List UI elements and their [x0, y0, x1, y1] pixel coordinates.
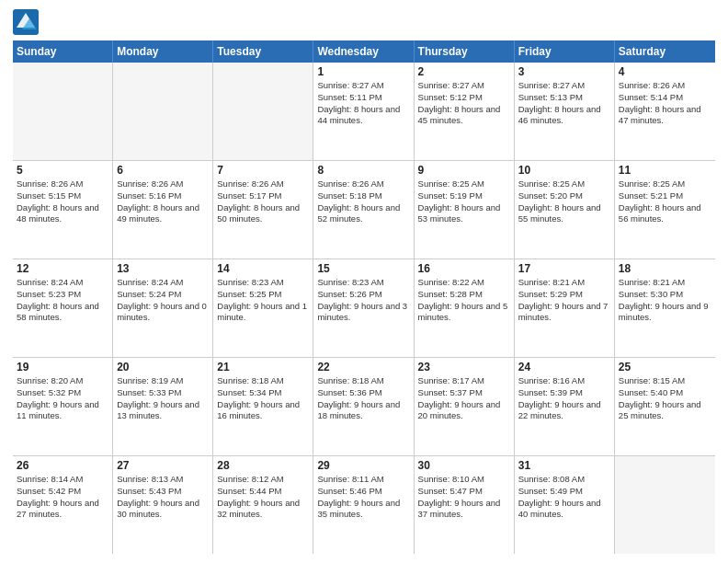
logo	[13, 9, 42, 35]
calendar-week-3: 12Sunrise: 8:24 AM Sunset: 5:23 PM Dayli…	[13, 259, 715, 358]
day-cell-2: 2Sunrise: 8:27 AM Sunset: 5:12 PM Daylig…	[415, 63, 515, 160]
day-number: 29	[317, 459, 409, 472]
day-number: 12	[17, 262, 108, 275]
calendar-body: 1Sunrise: 8:27 AM Sunset: 5:11 PM Daylig…	[13, 63, 715, 554]
day-info: Sunrise: 8:24 AM Sunset: 5:24 PM Dayligh…	[117, 277, 209, 324]
day-number: 18	[619, 262, 711, 275]
day-number: 26	[17, 459, 108, 472]
day-number: 30	[418, 459, 510, 472]
day-cell-25: 25Sunrise: 8:15 AM Sunset: 5:40 PM Dayli…	[615, 358, 715, 455]
day-info: Sunrise: 8:21 AM Sunset: 5:29 PM Dayligh…	[518, 277, 610, 324]
day-number: 21	[217, 361, 309, 373]
day-cell-9: 9Sunrise: 8:25 AM Sunset: 5:19 PM Daylig…	[415, 161, 515, 259]
day-number: 1	[317, 65, 409, 78]
day-info: Sunrise: 8:26 AM Sunset: 5:18 PM Dayligh…	[317, 178, 409, 225]
header-day-monday: Monday	[113, 40, 213, 63]
day-cell-27: 27Sunrise: 8:13 AM Sunset: 5:43 PM Dayli…	[113, 456, 213, 554]
day-cell-20: 20Sunrise: 8:19 AM Sunset: 5:33 PM Dayli…	[113, 358, 213, 455]
day-number: 8	[317, 164, 409, 177]
day-info: Sunrise: 8:27 AM Sunset: 5:12 PM Dayligh…	[418, 80, 510, 127]
day-cell-8: 8Sunrise: 8:26 AM Sunset: 5:18 PM Daylig…	[313, 161, 414, 259]
day-info: Sunrise: 8:26 AM Sunset: 5:14 PM Dayligh…	[619, 80, 711, 127]
day-cell-19: 19Sunrise: 8:20 AM Sunset: 5:32 PM Dayli…	[13, 358, 113, 455]
day-info: Sunrise: 8:15 AM Sunset: 5:40 PM Dayligh…	[619, 375, 711, 422]
day-info: Sunrise: 8:21 AM Sunset: 5:30 PM Dayligh…	[619, 277, 711, 324]
day-number: 11	[619, 164, 711, 177]
day-number: 5	[17, 164, 108, 177]
day-cell-23: 23Sunrise: 8:17 AM Sunset: 5:37 PM Dayli…	[415, 358, 515, 455]
day-info: Sunrise: 8:08 AM Sunset: 5:49 PM Dayligh…	[518, 474, 610, 521]
empty-cell	[113, 63, 213, 160]
day-number: 16	[418, 262, 510, 275]
header-day-wednesday: Wednesday	[313, 40, 414, 63]
empty-cell	[13, 63, 113, 160]
day-number: 28	[217, 459, 309, 472]
day-info: Sunrise: 8:26 AM Sunset: 5:17 PM Dayligh…	[217, 178, 309, 225]
day-number: 24	[518, 361, 610, 373]
day-number: 10	[518, 164, 610, 177]
day-info: Sunrise: 8:26 AM Sunset: 5:16 PM Dayligh…	[117, 178, 209, 225]
day-cell-24: 24Sunrise: 8:16 AM Sunset: 5:39 PM Dayli…	[515, 358, 615, 455]
day-info: Sunrise: 8:18 AM Sunset: 5:34 PM Dayligh…	[217, 375, 309, 422]
day-info: Sunrise: 8:14 AM Sunset: 5:42 PM Dayligh…	[17, 474, 108, 521]
day-cell-14: 14Sunrise: 8:23 AM Sunset: 5:25 PM Dayli…	[213, 259, 313, 357]
day-info: Sunrise: 8:19 AM Sunset: 5:33 PM Dayligh…	[117, 375, 209, 422]
header-day-saturday: Saturday	[615, 40, 715, 63]
day-cell-6: 6Sunrise: 8:26 AM Sunset: 5:16 PM Daylig…	[113, 161, 213, 259]
day-cell-16: 16Sunrise: 8:22 AM Sunset: 5:28 PM Dayli…	[415, 259, 515, 357]
calendar-week-5: 26Sunrise: 8:14 AM Sunset: 5:42 PM Dayli…	[13, 456, 715, 554]
day-cell-18: 18Sunrise: 8:21 AM Sunset: 5:30 PM Dayli…	[615, 259, 715, 357]
calendar-header: SundayMondayTuesdayWednesdayThursdayFrid…	[13, 40, 715, 63]
header-day-thursday: Thursday	[415, 40, 515, 63]
day-info: Sunrise: 8:25 AM Sunset: 5:19 PM Dayligh…	[418, 178, 510, 225]
calendar: SundayMondayTuesdayWednesdayThursdayFrid…	[13, 40, 715, 554]
day-info: Sunrise: 8:27 AM Sunset: 5:13 PM Dayligh…	[518, 80, 610, 127]
day-cell-1: 1Sunrise: 8:27 AM Sunset: 5:11 PM Daylig…	[313, 63, 414, 160]
day-number: 3	[518, 65, 610, 78]
logo-icon	[13, 9, 39, 35]
day-number: 15	[317, 262, 409, 275]
calendar-week-4: 19Sunrise: 8:20 AM Sunset: 5:32 PM Dayli…	[13, 358, 715, 456]
day-cell-4: 4Sunrise: 8:26 AM Sunset: 5:14 PM Daylig…	[615, 63, 715, 160]
empty-cell	[615, 456, 715, 554]
day-cell-31: 31Sunrise: 8:08 AM Sunset: 5:49 PM Dayli…	[515, 456, 615, 554]
empty-cell	[213, 63, 313, 160]
day-cell-12: 12Sunrise: 8:24 AM Sunset: 5:23 PM Dayli…	[13, 259, 113, 357]
day-cell-30: 30Sunrise: 8:10 AM Sunset: 5:47 PM Dayli…	[415, 456, 515, 554]
day-info: Sunrise: 8:26 AM Sunset: 5:15 PM Dayligh…	[17, 178, 108, 225]
day-cell-13: 13Sunrise: 8:24 AM Sunset: 5:24 PM Dayli…	[113, 259, 213, 357]
day-info: Sunrise: 8:10 AM Sunset: 5:47 PM Dayligh…	[418, 474, 510, 521]
header-day-sunday: Sunday	[13, 40, 113, 63]
day-cell-15: 15Sunrise: 8:23 AM Sunset: 5:26 PM Dayli…	[313, 259, 414, 357]
day-number: 13	[117, 262, 209, 275]
day-number: 14	[217, 262, 309, 275]
day-info: Sunrise: 8:13 AM Sunset: 5:43 PM Dayligh…	[117, 474, 209, 521]
day-info: Sunrise: 8:18 AM Sunset: 5:36 PM Dayligh…	[317, 375, 409, 422]
day-number: 4	[619, 65, 711, 78]
day-number: 2	[418, 65, 510, 78]
day-cell-22: 22Sunrise: 8:18 AM Sunset: 5:36 PM Dayli…	[313, 358, 414, 455]
day-number: 20	[117, 361, 209, 373]
calendar-week-1: 1Sunrise: 8:27 AM Sunset: 5:11 PM Daylig…	[13, 63, 715, 161]
day-number: 9	[418, 164, 510, 177]
day-cell-17: 17Sunrise: 8:21 AM Sunset: 5:29 PM Dayli…	[515, 259, 615, 357]
day-info: Sunrise: 8:27 AM Sunset: 5:11 PM Dayligh…	[317, 80, 409, 127]
day-number: 7	[217, 164, 309, 177]
day-info: Sunrise: 8:25 AM Sunset: 5:21 PM Dayligh…	[619, 178, 711, 225]
day-cell-3: 3Sunrise: 8:27 AM Sunset: 5:13 PM Daylig…	[515, 63, 615, 160]
day-info: Sunrise: 8:12 AM Sunset: 5:44 PM Dayligh…	[217, 474, 309, 521]
day-cell-21: 21Sunrise: 8:18 AM Sunset: 5:34 PM Dayli…	[213, 358, 313, 455]
day-cell-28: 28Sunrise: 8:12 AM Sunset: 5:44 PM Dayli…	[213, 456, 313, 554]
header-day-friday: Friday	[515, 40, 615, 63]
calendar-week-2: 5Sunrise: 8:26 AM Sunset: 5:15 PM Daylig…	[13, 161, 715, 259]
day-cell-11: 11Sunrise: 8:25 AM Sunset: 5:21 PM Dayli…	[615, 161, 715, 259]
day-cell-5: 5Sunrise: 8:26 AM Sunset: 5:15 PM Daylig…	[13, 161, 113, 259]
day-info: Sunrise: 8:16 AM Sunset: 5:39 PM Dayligh…	[518, 375, 610, 422]
day-info: Sunrise: 8:23 AM Sunset: 5:26 PM Dayligh…	[317, 277, 409, 324]
day-number: 25	[619, 361, 711, 373]
day-info: Sunrise: 8:24 AM Sunset: 5:23 PM Dayligh…	[17, 277, 108, 324]
day-info: Sunrise: 8:23 AM Sunset: 5:25 PM Dayligh…	[217, 277, 309, 324]
day-cell-29: 29Sunrise: 8:11 AM Sunset: 5:46 PM Dayli…	[313, 456, 414, 554]
day-info: Sunrise: 8:20 AM Sunset: 5:32 PM Dayligh…	[17, 375, 108, 422]
day-number: 27	[117, 459, 209, 472]
